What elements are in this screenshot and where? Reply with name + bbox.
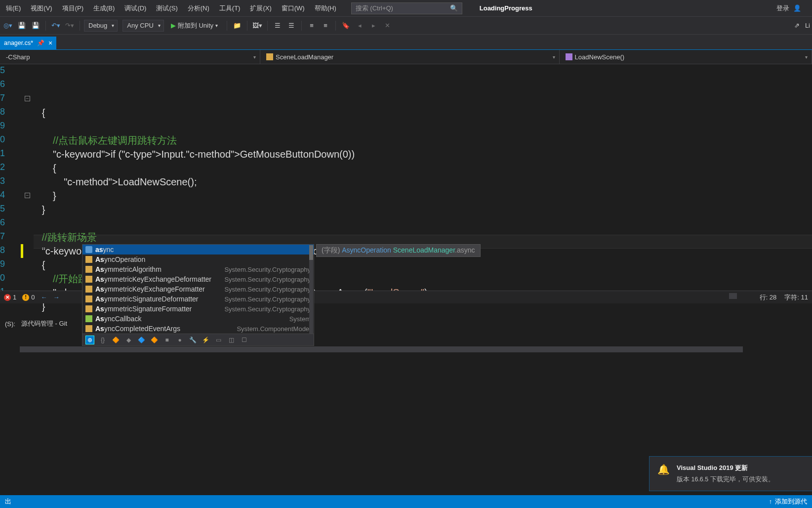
menu-view[interactable]: 视图(V)	[26, 0, 57, 16]
save-button[interactable]: 💾	[16, 20, 28, 32]
completion-name: AsymmetricSignatureFormatter	[95, 305, 192, 313]
cursor-position: 行: 28 字符: 11	[729, 293, 808, 302]
autocomplete-item[interactable]: AsyncOperation	[82, 254, 314, 264]
bookmark-nav-2[interactable]: ▸	[367, 20, 379, 32]
scroll-thumb-h[interactable]	[729, 293, 737, 299]
platform-dropdown[interactable]: Any CPU	[122, 20, 163, 32]
menu-debug[interactable]: 调试(D)	[120, 0, 151, 16]
redo-button[interactable]: ↷▾	[64, 20, 76, 32]
autocomplete-item[interactable]: AsyncCompletedEventArgsSystem.ComponentM…	[82, 324, 314, 334]
error-count[interactable]: ✕ 1	[4, 294, 16, 301]
tool-icon-1[interactable]: 📁	[231, 20, 243, 32]
autocomplete-item[interactable]: AsymmetricSignatureDeformatterSystem.Sec…	[82, 294, 314, 304]
autocomplete-item[interactable]: AsymmetricSignatureFormatterSystem.Secur…	[82, 304, 314, 314]
menu-help[interactable]: 帮助(H)	[310, 0, 341, 16]
tab-active[interactable]: anager.cs* 📌 ×	[0, 37, 56, 49]
filter-button[interactable]: 🔶	[111, 336, 120, 344]
menu-analyze[interactable]: 分析(N)	[183, 0, 214, 16]
menu-project[interactable]: 项目(P)	[57, 0, 88, 16]
code-line[interactable]: "c-keyword">if ("c-type">Input."c-method…	[34, 147, 812, 161]
nav-scope[interactable]: -CSharp	[0, 50, 260, 64]
struct-icon	[85, 315, 92, 322]
bookmark-clear[interactable]: ✕	[381, 20, 393, 32]
dropdown-icon: ▾	[215, 23, 218, 28]
method-icon	[566, 53, 572, 60]
code-line[interactable]: {	[34, 161, 812, 175]
menu-test[interactable]: 测试(S)	[151, 0, 182, 16]
status-left: 出	[5, 498, 11, 506]
account-area[interactable]: 登录 👤	[776, 4, 801, 13]
code-line[interactable]: {	[34, 106, 812, 120]
attach-debugger-button[interactable]: ▶ 附加到 Unity ▾	[166, 20, 223, 31]
code-line[interactable]: }	[34, 189, 812, 203]
update-notification[interactable]: 🔔 Visual Studio 2019 更新 版本 16.6.5 下载完毕，可…	[649, 456, 812, 491]
code-line[interactable]	[34, 120, 812, 133]
indent-button[interactable]: ≡	[306, 20, 318, 32]
comment-button[interactable]: ☰	[272, 20, 284, 32]
menu-tools[interactable]: 工具(T)	[214, 0, 245, 16]
tool-icon-2[interactable]: 🖼▾	[251, 20, 263, 32]
code-line[interactable]: //点击鼠标左键调用跳转方法	[34, 133, 812, 147]
filter-button[interactable]: ☐	[240, 336, 248, 344]
menu-edit[interactable]: 辑(E)	[1, 0, 26, 16]
filter-button[interactable]: ▭	[214, 336, 223, 344]
nav-forward-button[interactable]: →	[53, 294, 59, 301]
autocomplete-item[interactable]: AsymmetricKeyExchangeFormatterSystem.Sec…	[82, 284, 314, 294]
play-icon: ▶	[171, 22, 176, 29]
code-line[interactable]	[34, 216, 812, 230]
filter-button[interactable]: 🔷	[137, 336, 146, 344]
autocomplete-scrollbar[interactable]	[309, 245, 313, 334]
line-number: 行: 28	[760, 293, 777, 302]
code-editor[interactable]: 56789012345678901 − − { //点击鼠标左键调用跳转方法 "…	[0, 64, 812, 321]
autocomplete-item[interactable]: AsymmetricKeyExchangeDeformatterSystem.S…	[82, 274, 314, 284]
autocomplete-item[interactable]: AsymmetricAlgorithmSystem.Security.Crypt…	[82, 264, 314, 274]
filter-button[interactable]: ⚡	[201, 336, 210, 344]
pin-icon[interactable]: 📌	[37, 40, 44, 46]
bookmark-button[interactable]: 🔖	[340, 20, 352, 32]
fold-toggle[interactable]: −	[25, 193, 30, 198]
completion-namespace: System	[289, 315, 311, 323]
status-right-label: 添加到源代	[775, 498, 807, 506]
completion-name: AsymmetricSignatureDeformatter	[95, 295, 199, 303]
filter-button[interactable]: 🔶	[150, 336, 159, 344]
filter-button[interactable]: ◫	[227, 336, 236, 344]
autocomplete-item[interactable]: async	[82, 245, 314, 254]
uncomment-button[interactable]: ☰	[285, 20, 297, 32]
undo-button[interactable]: ↶▾	[50, 20, 62, 32]
menu-build[interactable]: 生成(B)	[88, 0, 120, 16]
autocomplete-item[interactable]: AsyncCallbackSystem	[82, 314, 314, 324]
warning-count[interactable]: ! 0	[22, 294, 35, 301]
save-all-button[interactable]: 💾	[30, 20, 41, 32]
outdent-button[interactable]: ≡	[320, 20, 331, 32]
bookmark-nav-1[interactable]: ◂	[354, 20, 365, 32]
completion-namespace: System.ComponentModel	[237, 325, 311, 333]
status-right[interactable]: ↑ 添加到源代	[769, 498, 807, 506]
autocomplete-popup[interactable]: asyncAsyncOperationAsymmetricAlgorithmSy…	[82, 244, 314, 346]
fold-toggle[interactable]: −	[25, 96, 30, 101]
separator	[227, 21, 227, 31]
new-item-button[interactable]: ◎▾	[2, 20, 14, 32]
filter-button[interactable]: ◆	[124, 336, 133, 344]
menu-extensions[interactable]: 扩展(X)	[245, 0, 276, 16]
build-config-dropdown[interactable]: Debug	[84, 20, 118, 32]
filter-button[interactable]: ■	[162, 336, 171, 344]
filter-button[interactable]: ⊕	[85, 336, 94, 344]
live-share-icon[interactable]: ⇗	[791, 20, 803, 32]
code-line[interactable]: "c-method">LoadNewScene();	[34, 175, 812, 189]
nav-method[interactable]: LoadNewScene()	[560, 50, 812, 64]
scroll-thumb[interactable]	[309, 245, 313, 260]
menu-window[interactable]: 窗口(W)	[277, 0, 310, 16]
global-search[interactable]: 搜索 (Ctrl+Q) 🔍	[351, 2, 462, 14]
filter-button[interactable]: {}	[98, 336, 107, 344]
code-line[interactable]: }	[34, 203, 812, 216]
filter-button[interactable]: ●	[175, 336, 184, 344]
upload-icon: ↑	[769, 498, 772, 505]
live-share-label: Li	[805, 22, 810, 29]
nav-class[interactable]: SceneLoadManager	[260, 50, 560, 64]
sc-value[interactable]: 源代码管理 - Git	[21, 319, 67, 328]
filter-button[interactable]: 🔧	[188, 336, 197, 344]
class-icon	[85, 286, 92, 293]
horizontal-scrollbar[interactable]	[20, 346, 743, 352]
close-icon[interactable]: ×	[48, 39, 52, 47]
nav-back-button[interactable]: ←	[41, 294, 47, 301]
